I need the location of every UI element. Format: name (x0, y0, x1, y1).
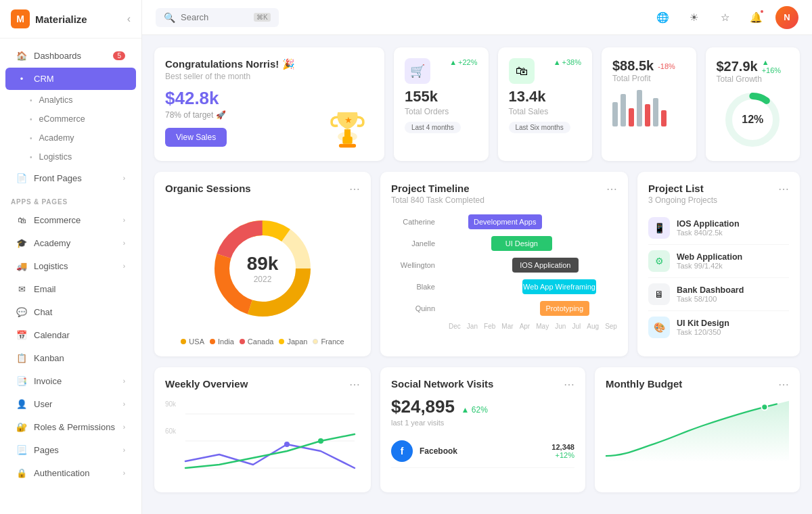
growth-amount: $27.9k (717, 59, 758, 74)
search-area[interactable]: 🔍 ⌘K (156, 8, 279, 27)
sidebar-item-academy[interactable]: Academy (5, 128, 136, 147)
social-amount: $24,895 (391, 396, 455, 417)
academy-icon: 🎓 (16, 238, 27, 248)
sidebar-item-chat[interactable]: 💬 Chat (5, 301, 136, 323)
social-menu-button[interactable]: ⋯ (564, 378, 574, 391)
theme-button[interactable]: ☀ (682, 6, 705, 29)
sidebar-item-academy-label: Academy (39, 133, 74, 143)
sidebar-item-analytics[interactable]: Analytics (5, 91, 136, 110)
kanban-icon: 📋 (16, 353, 27, 363)
user-avatar[interactable]: N (775, 6, 798, 29)
gantt-chart: Catherine Development Apps Janelle UI De… (391, 214, 617, 330)
congrats-card: Congratulations Norris! 🎉 Best seller of… (154, 47, 384, 161)
language-icon: 🌐 (656, 11, 669, 24)
sidebar-item-kanban[interactable]: 📋 Kanban (5, 347, 136, 369)
weekly-chart: 90k 60k (165, 400, 360, 482)
sidebar-item-calendar[interactable]: 📅 Calendar (5, 324, 136, 346)
weekly-overview-card: Weekly Overview ⋯ 90k 60k (154, 367, 371, 492)
sidebar-item-crm[interactable]: • CRM (5, 68, 136, 90)
favorites-button[interactable]: ☆ (713, 6, 736, 29)
web-app-icon: ⚙ (648, 250, 670, 272)
sidebar-item-logistics-app[interactable]: 🚚 Logistics › (5, 255, 136, 277)
trophy-image: ★ (317, 93, 378, 161)
gantt-months: DecJanFebMarApr MayJunJulAugSep (391, 323, 617, 330)
timeline-menu-button[interactable]: ⋯ (606, 183, 617, 195)
sidebar-item-logistics-label: Logistics (39, 152, 72, 162)
svg-point-15 (284, 442, 290, 447)
sidebar-item-invoice[interactable]: 📑 Invoice › (5, 370, 136, 392)
monthly-menu-button[interactable]: ⋯ (778, 378, 789, 391)
project-list-menu-button[interactable]: ⋯ (778, 183, 789, 195)
sidebar-user-label: User (34, 399, 52, 409)
growth-label: Total Growth (717, 74, 790, 84)
sidebar-header: M Materialize ‹ (0, 0, 141, 39)
gantt-row: Wellington IOS Application (391, 258, 617, 273)
search-input[interactable] (181, 12, 248, 22)
collapse-sidebar-button[interactable]: ‹ (127, 13, 131, 25)
invoice-arrow: › (123, 377, 125, 385)
project-item: 🖥 Bank Dashboard Task 58/100 (648, 278, 789, 311)
sidebar-item-dashboards[interactable]: 🏠 Dashboards 5 (5, 45, 136, 67)
main-area: 🔍 ⌘K 🌐 ☀ ☆ 🔔 N Congratulations Norris! 🎉 (142, 0, 812, 514)
logistics-arrow: › (123, 262, 125, 270)
sidebar-item-front-pages[interactable]: 📄 Front Pages › (5, 167, 136, 189)
pages-arrow: › (123, 446, 125, 454)
sidebar-roles-label: Roles & Permissions (34, 422, 115, 432)
weekly-title: Weekly Overview (165, 378, 248, 390)
auth-icon: 🔒 (16, 468, 27, 478)
search-icon: 🔍 (164, 12, 175, 23)
sidebar-item-front-pages-label: Front Pages (34, 173, 82, 183)
notifications-button[interactable]: 🔔 (744, 6, 767, 29)
app-name: Materialize (35, 14, 87, 25)
social-subtitle: last 1 year visits (391, 419, 574, 427)
sidebar-logistics-label: Logistics (34, 261, 68, 271)
orders-badge: Last 4 months (405, 122, 461, 133)
profit-amount: $88.5k (612, 58, 654, 74)
view-sales-button[interactable]: View Sales (165, 128, 227, 147)
sidebar-item-user[interactable]: 👤 User › (5, 393, 136, 415)
user-icon: 👤 (16, 399, 27, 409)
organic-menu-button[interactable]: ⋯ (349, 183, 360, 195)
sales-badge: Last Six months (509, 122, 570, 133)
organic-value: 89k 2022 (247, 253, 279, 284)
sidebar-item-academy-app[interactable]: 🎓 Academy › (5, 232, 136, 254)
project-list-card: Project List 3 Ongoing Projects ⋯ 📱 IOS … (637, 172, 800, 356)
svg-point-16 (318, 438, 323, 444)
growth-donut: 12% (717, 89, 790, 150)
organic-legend: USA India Canada Japan France (165, 337, 360, 346)
sidebar-item-logistics[interactable]: Logistics (5, 147, 136, 166)
language-button[interactable]: 🌐 (651, 6, 674, 29)
logistics-icon: 🚚 (16, 261, 27, 271)
email-icon: ✉ (16, 284, 27, 294)
svg-point-17 (761, 404, 767, 410)
sidebar-email-label: Email (34, 284, 56, 294)
sidebar-item-pages[interactable]: 📃 Pages › (5, 439, 136, 461)
gantt-row: Blake Web App Wireframing (391, 279, 617, 294)
home-icon: 🏠 (16, 51, 27, 61)
sidebar-item-ecommerce-app[interactable]: 🛍 Ecommerce › (5, 209, 136, 231)
sidebar-item-ecommerce-label: eCommerce (39, 114, 85, 124)
orders-label: Total Orders (405, 107, 478, 116)
sidebar-item-roles[interactable]: 🔐 Roles & Permissions › (5, 416, 136, 438)
sales-icon-box: 🛍 (509, 58, 535, 84)
social-network-card: Social Network Visits ⋯ $24,895 ▲ 62% la… (380, 367, 585, 492)
svg-text:★: ★ (344, 116, 353, 125)
third-row: Weekly Overview ⋯ 90k 60k (154, 367, 800, 492)
sidebar-item-email[interactable]: ✉ Email (5, 278, 136, 300)
growth-percent: 12% (742, 114, 763, 126)
calendar-icon: 📅 (16, 330, 27, 340)
organic-donut: 89k 2022 (165, 208, 360, 329)
sidebar-item-analytics-label: Analytics (39, 95, 73, 105)
sales-stat-card: 🛍 ▲ +38% 13.4k Total Sales Last Six mont… (498, 47, 593, 161)
sidebar-item-ecommerce[interactable]: eCommerce (5, 110, 136, 128)
orders-value: 155k (405, 88, 478, 106)
chat-icon: 💬 (16, 307, 27, 317)
notification-dot (759, 9, 765, 14)
search-shortcut: ⌘K (254, 13, 271, 22)
project-list: 📱 IOS Application Task 840/2.5k ⚙ Web Ap… (648, 212, 789, 344)
organic-sessions-card: Organic Sessions ⋯ 89k 2 (154, 172, 371, 356)
svg-rect-3 (344, 129, 351, 138)
sidebar-item-authentication[interactable]: 🔒 Authentication › (5, 462, 136, 484)
weekly-menu-button[interactable]: ⋯ (349, 378, 360, 391)
organic-title: Organic Sessions (165, 183, 251, 194)
